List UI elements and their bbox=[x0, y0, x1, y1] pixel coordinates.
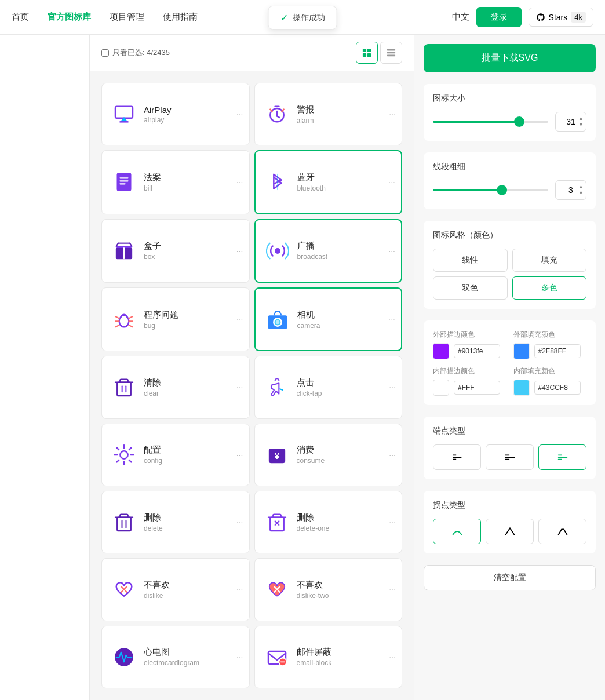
nav-guide[interactable]: 使用指南 bbox=[163, 12, 198, 23]
nav-project[interactable]: 项目管理 bbox=[110, 12, 144, 23]
style-fill[interactable]: 填充 bbox=[512, 249, 587, 272]
icon-item-ecg[interactable]: 心电图 electrocardiogram ··· bbox=[101, 626, 250, 688]
dislike-two-more[interactable]: ··· bbox=[389, 585, 396, 594]
bug-more[interactable]: ··· bbox=[236, 315, 243, 324]
icon-item-airplay[interactable]: AirPlay airplay ··· bbox=[101, 83, 250, 145]
bluetooth-more[interactable]: ··· bbox=[388, 177, 395, 187]
filter-checkbox[interactable] bbox=[101, 49, 109, 57]
dislike-zh: 不喜欢 bbox=[144, 579, 240, 590]
delete-one-more[interactable]: ··· bbox=[389, 517, 396, 527]
click-icon-img bbox=[264, 374, 290, 400]
clear-more[interactable]: ··· bbox=[236, 382, 243, 392]
download-svg-button[interactable]: 批量下载SVG bbox=[424, 44, 596, 72]
filter-checkbox-group[interactable]: 只看已选: 4/2435 bbox=[101, 48, 170, 58]
stroke-thumb[interactable] bbox=[497, 185, 507, 195]
stars-button[interactable]: Stars 4k bbox=[529, 8, 593, 27]
endpoint-round-icon bbox=[556, 451, 569, 464]
nav-home[interactable]: 首页 bbox=[12, 12, 29, 23]
icon-size-up[interactable]: ▲ bbox=[578, 115, 584, 122]
icon-size-track[interactable] bbox=[433, 121, 548, 123]
login-button[interactable]: 登录 bbox=[476, 7, 522, 27]
style-duotone[interactable]: 双色 bbox=[433, 276, 508, 300]
lang-switch[interactable]: 中文 bbox=[452, 12, 469, 23]
stroke-up[interactable]: ▲ bbox=[578, 184, 584, 190]
delete-info: 删除 delete bbox=[144, 512, 240, 533]
icon-item-delete-one[interactable]: 删除 delete-one ··· bbox=[254, 491, 403, 553]
alarm-more[interactable]: ··· bbox=[389, 110, 396, 119]
alarm-icon-img bbox=[264, 101, 290, 127]
dislike-more[interactable]: ··· bbox=[236, 585, 243, 594]
bug-zh: 程序问题 bbox=[144, 309, 240, 320]
node-bevel[interactable] bbox=[538, 519, 586, 544]
svg-rect-1 bbox=[367, 49, 371, 52]
inner-fill-swatch[interactable] bbox=[513, 380, 530, 396]
outer-stroke-row: #9013fe bbox=[433, 343, 506, 359]
svg-rect-41 bbox=[270, 517, 283, 531]
sidebar bbox=[0, 35, 90, 700]
icon-item-consume[interactable]: ¥ 消费 consume ··· bbox=[254, 424, 403, 486]
airplay-more[interactable]: ··· bbox=[236, 110, 243, 119]
color-section: 外部描边颜色 #9013fe 外部填充颜色 #2F88FF 内部描边颜色 bbox=[424, 320, 596, 405]
broadcast-more[interactable]: ··· bbox=[388, 246, 395, 256]
outer-stroke-swatch[interactable] bbox=[433, 343, 449, 359]
delete-more[interactable]: ··· bbox=[236, 517, 243, 527]
clear-config-button[interactable]: 清空配置 bbox=[424, 565, 596, 590]
endpoint-round[interactable] bbox=[538, 444, 586, 470]
endpoint-butt[interactable] bbox=[433, 444, 481, 470]
icon-item-bluetooth[interactable]: 蓝牙 bluetooth ··· bbox=[254, 150, 403, 214]
icon-item-bill[interactable]: 法案 bill ··· bbox=[101, 150, 250, 214]
svg-rect-37 bbox=[117, 517, 130, 531]
icon-size-label: 图标大小 bbox=[433, 93, 586, 104]
stroke-down[interactable]: ▼ bbox=[578, 190, 584, 196]
icon-item-alarm[interactable]: 警报 alarm ··· bbox=[254, 83, 403, 145]
icon-item-dislike-two[interactable]: 不喜欢 dislike-two ··· bbox=[254, 558, 403, 621]
style-linear[interactable]: 线性 bbox=[433, 249, 508, 272]
box-more[interactable]: ··· bbox=[236, 246, 243, 256]
icon-size-down[interactable]: ▼ bbox=[578, 122, 584, 128]
icon-item-click[interactable]: 点击 click-tap ··· bbox=[254, 356, 403, 418]
list-view-button[interactable] bbox=[380, 42, 402, 64]
endpoint-square[interactable] bbox=[486, 444, 534, 470]
inner-stroke-swatch[interactable] bbox=[433, 380, 449, 396]
icon-item-dislike[interactable]: 不喜欢 dislike ··· bbox=[101, 558, 250, 621]
icon-size-thumb[interactable] bbox=[514, 116, 524, 127]
dislike-en: dislike bbox=[144, 592, 240, 600]
alarm-zh: 警报 bbox=[297, 104, 393, 115]
outer-fill-input[interactable]: #2F88FF bbox=[534, 344, 581, 358]
outer-stroke-input[interactable]: #9013fe bbox=[454, 344, 500, 358]
click-more[interactable]: ··· bbox=[389, 382, 396, 392]
delete-zh: 删除 bbox=[144, 512, 240, 523]
endpoint-section: 端点类型 bbox=[424, 417, 596, 479]
ecg-info: 心电图 electrocardiogram bbox=[144, 647, 240, 667]
icon-item-bug[interactable]: 程序问题 bug ··· bbox=[101, 287, 250, 351]
grid-view-button[interactable] bbox=[356, 42, 378, 64]
bill-more[interactable]: ··· bbox=[236, 177, 243, 187]
inner-stroke-input[interactable]: #FFF bbox=[454, 381, 500, 395]
icon-item-config[interactable]: 配置 config ··· bbox=[101, 424, 250, 486]
config-more[interactable]: ··· bbox=[236, 450, 243, 460]
clear-icon-img bbox=[111, 374, 137, 400]
inner-fill-input[interactable]: #43CCF8 bbox=[534, 381, 581, 395]
icon-item-box[interactable]: 盒子 box ··· bbox=[101, 219, 250, 283]
outer-fill-swatch[interactable] bbox=[513, 343, 530, 359]
icon-item-camera[interactable]: 相机 camera ··· bbox=[254, 287, 403, 351]
ecg-more[interactable]: ··· bbox=[236, 652, 243, 662]
outer-fill-label: 外部填充颜色 bbox=[513, 330, 587, 340]
email-block-more[interactable]: ··· bbox=[389, 652, 396, 662]
stroke-track[interactable] bbox=[433, 189, 548, 191]
right-panel: 批量下载SVG 图标大小 31 ▲ ▼ 线段粗细 bbox=[414, 35, 605, 700]
icon-item-email-block[interactable]: 邮件屏蔽 email-block ··· bbox=[254, 626, 403, 688]
click-zh: 点击 bbox=[297, 377, 393, 388]
camera-more[interactable]: ··· bbox=[388, 315, 395, 324]
nav-icon-lib[interactable]: 官方图标库 bbox=[48, 12, 91, 23]
icon-item-clear[interactable]: 清除 clear ··· bbox=[101, 356, 250, 418]
node-miter[interactable] bbox=[486, 519, 534, 544]
airplay-en: airplay bbox=[144, 116, 240, 124]
consume-more[interactable]: ··· bbox=[389, 450, 396, 460]
style-multicolor[interactable]: 多色 bbox=[512, 276, 587, 300]
bill-en: bill bbox=[144, 184, 240, 192]
endpoint-label: 端点类型 bbox=[433, 426, 586, 436]
node-round[interactable] bbox=[433, 519, 481, 544]
icon-item-broadcast[interactable]: 广播 broadcast ··· bbox=[254, 219, 403, 283]
icon-item-delete[interactable]: 删除 delete ··· bbox=[101, 491, 250, 553]
